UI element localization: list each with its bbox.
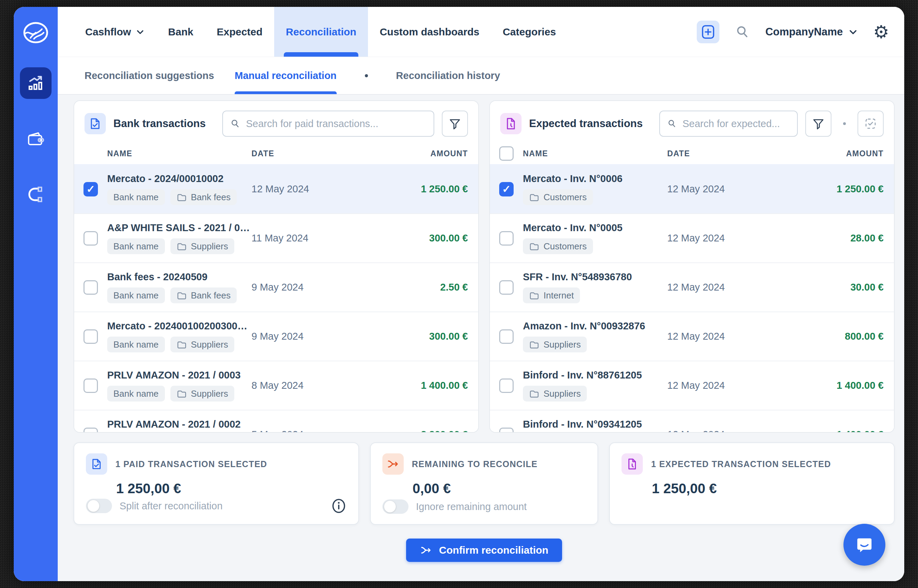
- row-checkbox[interactable]: [84, 182, 98, 197]
- row-checkbox[interactable]: [499, 378, 514, 393]
- dot-separator: [843, 122, 846, 125]
- search-icon: [230, 118, 241, 129]
- row-checkbox[interactable]: [499, 231, 514, 246]
- category-tag: Customers: [523, 189, 593, 205]
- select-all-button[interactable]: [858, 111, 884, 137]
- info-icon[interactable]: [331, 498, 347, 514]
- row-checkbox[interactable]: [84, 378, 98, 393]
- bank-column-headers: NAME DATE AMOUNT: [74, 143, 478, 164]
- transaction-date: 9 May 2024: [252, 282, 365, 293]
- transaction-tags: Bank name Bank fees: [107, 288, 252, 303]
- category-tag: Suppliers: [170, 238, 234, 254]
- split-toggle[interactable]: [86, 499, 112, 513]
- tab-reconciliation-suggestions[interactable]: Reconciliation suggestions: [74, 57, 225, 94]
- chart-trend-icon: [26, 73, 46, 94]
- confirm-reconciliation-button[interactable]: Confirm reconciliation: [406, 538, 562, 562]
- table-row[interactable]: Amazon - Inv. N°00932876 Suppliers 12 Ma…: [490, 312, 894, 361]
- table-row[interactable]: Bank fees - 20240509 Bank name Bank fees…: [74, 262, 478, 312]
- table-row[interactable]: PRLV AMAZON - 2021 / 0002 Bank name Supp…: [74, 410, 478, 432]
- ignore-remaining-toggle[interactable]: [382, 499, 409, 514]
- company-switcher[interactable]: CompanyName: [766, 26, 858, 38]
- nav-item-categories[interactable]: Categories: [491, 7, 567, 57]
- app-logo-icon[interactable]: [22, 19, 50, 47]
- row-checkbox[interactable]: [499, 280, 514, 295]
- magnet-icon: [26, 184, 46, 205]
- search-icon[interactable]: [735, 24, 750, 40]
- bank-search[interactable]: [222, 111, 434, 137]
- transaction-name: PRLV AMAZON - 2021 / 0002: [107, 419, 252, 430]
- nav-item-cashflow[interactable]: Cashflow: [74, 7, 156, 57]
- transaction-amount: 28.00 €: [781, 233, 884, 244]
- transaction-name: Binford - Inv. N°88761205: [523, 370, 667, 381]
- transaction-date: 9 May 2024: [252, 331, 365, 342]
- transaction-amount: 300.00 €: [365, 331, 468, 342]
- transaction-name: Mercato - 2024/00010002: [107, 173, 252, 184]
- filter-funnel-icon: [812, 117, 825, 130]
- card-amount: 0,00 €: [413, 481, 586, 496]
- select-all-checkbox[interactable]: [499, 146, 514, 161]
- add-button[interactable]: [697, 21, 719, 43]
- expected-filter-button[interactable]: [805, 111, 831, 137]
- category-tag: Suppliers: [523, 337, 587, 352]
- bank-transactions-list: Mercato - 2024/00010002 Bank name Bank f…: [74, 164, 478, 432]
- table-row[interactable]: A&P WHITE SAILS - 2021 / 0010 Bank name …: [74, 213, 478, 262]
- confirm-button-label: Confirm reconciliation: [439, 544, 548, 556]
- bank-filter-button[interactable]: [442, 111, 468, 137]
- transaction-amount: 2.50 €: [365, 282, 468, 293]
- transaction-date: 12 May 2024: [667, 282, 781, 293]
- expected-search[interactable]: [659, 111, 798, 137]
- bank-search-input[interactable]: [246, 118, 427, 129]
- column-amount: AMOUNT: [781, 149, 884, 158]
- category-tag: Suppliers: [170, 337, 234, 352]
- expected-transactions-panel: Expected transactions: [489, 100, 895, 433]
- merge-arrow-icon: [382, 453, 404, 475]
- row-checkbox[interactable]: [499, 330, 514, 344]
- table-row[interactable]: Binford - Inv. N°09341205 Suppliers 12 M…: [490, 410, 894, 432]
- bank-name-tag: Bank name: [107, 189, 165, 205]
- dashed-select-check-icon: [864, 117, 877, 130]
- folder-icon: [529, 388, 540, 399]
- toggle-label: Split after reconciliation: [120, 501, 223, 512]
- bank-transactions-panel: Bank transactions NAME: [74, 100, 479, 433]
- tab-manual-reconciliation[interactable]: Manual reconciliation: [225, 57, 347, 94]
- chat-widget-button[interactable]: [844, 524, 886, 566]
- sidebar-item-reconciliation[interactable]: [20, 179, 52, 210]
- table-row[interactable]: SFR - Inv. N°548936780 Internet 12 May 2…: [490, 262, 894, 312]
- table-row[interactable]: Mercato - 20240010020030040050060... Ban…: [74, 312, 478, 361]
- transaction-amount: 300.00 €: [365, 233, 468, 244]
- transaction-name: Mercato - Inv. N°0005: [523, 222, 667, 234]
- transaction-name: PRLV AMAZON - 2021 / 0003: [107, 370, 252, 381]
- row-checkbox[interactable]: [499, 428, 514, 433]
- row-checkbox[interactable]: [499, 182, 514, 197]
- nav-item-bank[interactable]: Bank: [156, 7, 205, 57]
- nav-item-custom-dashboards[interactable]: Custom dashboards: [368, 7, 491, 57]
- company-name: CompanyName: [766, 26, 843, 38]
- sidebar-item-analytics[interactable]: [20, 67, 52, 99]
- nav-item-expected[interactable]: Expected: [205, 7, 274, 57]
- transaction-name: Mercato - Inv. N°0006: [523, 173, 667, 184]
- row-checkbox[interactable]: [84, 330, 98, 344]
- transaction-date: 12 May 2024: [667, 233, 781, 244]
- table-row[interactable]: Mercato - Inv. N°0005 Customers 12 May 2…: [490, 213, 894, 262]
- search-icon: [667, 118, 677, 129]
- tab-reconciliation-history[interactable]: Reconciliation history: [386, 57, 511, 94]
- nav-item-reconciliation[interactable]: Reconciliation: [274, 7, 368, 57]
- sidebar-item-wallet[interactable]: [20, 123, 52, 155]
- row-checkbox[interactable]: [84, 231, 98, 246]
- table-row[interactable]: Mercato - Inv. N°0006 Customers 12 May 2…: [490, 164, 894, 213]
- table-row[interactable]: PRLV AMAZON - 2021 / 0003 Bank name Supp…: [74, 361, 478, 410]
- transaction-name: SFR - Inv. N°548936780: [523, 271, 667, 283]
- expected-search-input[interactable]: [682, 118, 790, 129]
- category-tag: Suppliers: [170, 386, 234, 402]
- table-row[interactable]: Mercato - 2024/00010002 Bank name Bank f…: [74, 164, 478, 213]
- folder-icon: [529, 241, 540, 251]
- row-checkbox[interactable]: [84, 428, 98, 433]
- transaction-amount: 1 250.00 €: [365, 183, 468, 195]
- card-label: 1 PAID TRANSACTION SELECTED: [115, 459, 267, 469]
- settings-gear-icon[interactable]: ⚙: [873, 23, 889, 41]
- folder-icon: [176, 241, 187, 251]
- table-row[interactable]: Binford - Inv. N°88761205 Suppliers 12 M…: [490, 361, 894, 410]
- row-checkbox[interactable]: [84, 280, 98, 295]
- column-amount: AMOUNT: [365, 149, 468, 158]
- card-label: 1 EXPECTED TRANSACTION SELECTED: [651, 459, 831, 469]
